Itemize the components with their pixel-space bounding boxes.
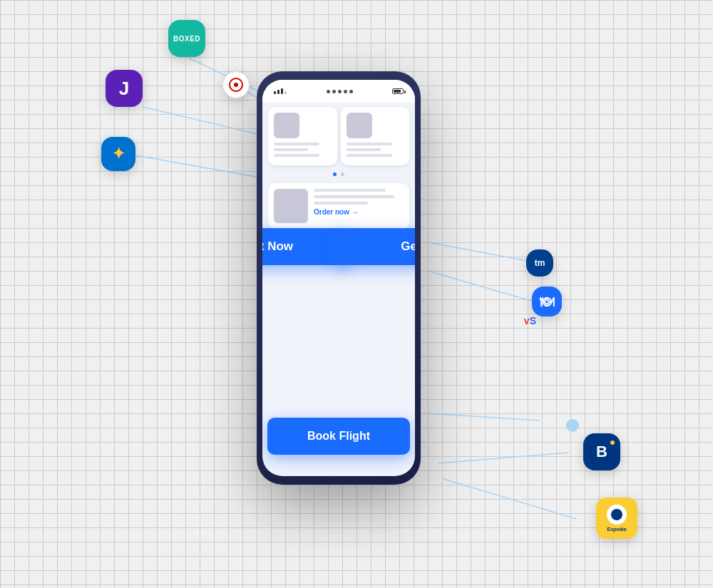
svg-line-4 — [428, 242, 539, 263]
card-line — [274, 154, 319, 157]
card-line — [347, 143, 392, 145]
carousel-dots — [268, 170, 409, 179]
card-line — [274, 143, 319, 145]
card-line — [314, 189, 386, 192]
card-thumbnail — [274, 113, 299, 138]
card-thumbnail — [274, 189, 308, 223]
target-symbol — [229, 78, 243, 92]
app-icon-walmart: ✦ — [101, 137, 135, 171]
card-line — [314, 202, 368, 205]
app-icon-target — [222, 71, 250, 98]
svg-line-3 — [135, 155, 264, 178]
status-bar — [262, 80, 415, 103]
battery-icon — [392, 88, 404, 94]
top-cards-row — [268, 107, 409, 165]
dot-active — [333, 172, 337, 176]
phone-content: Checkout Now Get Tickets — [262, 103, 415, 233]
camera-notch — [327, 90, 353, 93]
card-text: Order now → — [314, 189, 404, 216]
vs-badge: vS — [524, 315, 536, 326]
svg-line-7 — [443, 479, 576, 519]
scene: Checkout Now Get Tickets — [0, 0, 713, 588]
card-order: Order now → — [268, 183, 409, 229]
app-icon-j: J — [106, 70, 143, 107]
phone: Checkout Now Get Tickets — [257, 71, 421, 485]
app-icon-booking: B — [583, 433, 620, 470]
phone-screen: Checkout Now Get Tickets — [262, 80, 415, 476]
order-now-link[interactable]: Order now → — [314, 208, 404, 216]
card-line — [274, 148, 308, 151]
get-tickets-button[interactable]: Get Tickets — [334, 228, 415, 265]
svg-line-8 — [428, 413, 539, 421]
card-checkout — [268, 107, 337, 165]
dot-inactive — [341, 172, 344, 176]
svg-line-5 — [428, 271, 533, 301]
card-line — [347, 148, 381, 151]
connector-dot — [566, 419, 579, 432]
app-icon-chef: 🍽 — [532, 287, 562, 316]
card-thumbnail — [347, 113, 372, 138]
svg-line-6 — [438, 453, 569, 463]
app-icon-boxed: BOXED — [168, 20, 205, 57]
card-tickets — [341, 107, 410, 165]
app-icon-ticketmaster: tm — [526, 249, 553, 277]
app-icon-expedia: Expedia — [596, 497, 637, 539]
signal-icon — [274, 88, 287, 94]
book-flight-button[interactable]: Book Flight — [267, 418, 410, 455]
card-line — [347, 154, 392, 157]
card-line — [314, 195, 394, 198]
booking-dot — [610, 440, 615, 445]
